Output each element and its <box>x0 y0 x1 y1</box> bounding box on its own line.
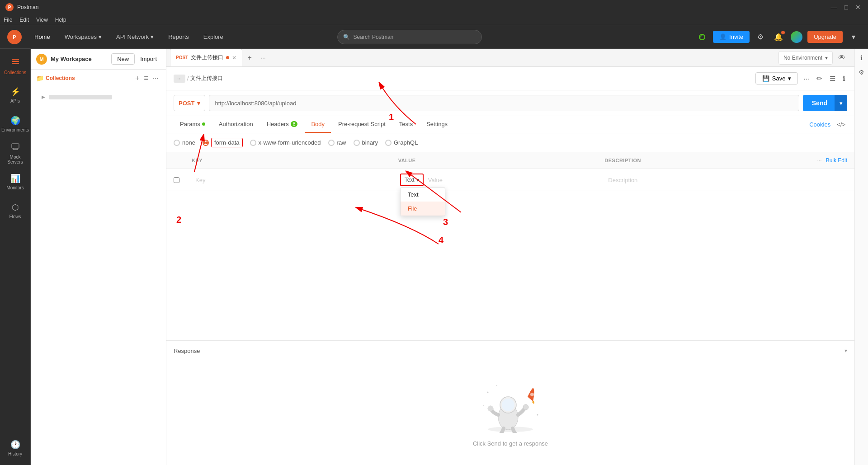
expand-icon[interactable]: ▾ <box>846 30 861 44</box>
tab-close-icon[interactable]: ✕ <box>232 55 236 61</box>
form-data-radio[interactable] <box>203 140 209 146</box>
api-network-nav[interactable]: API Network ▾ <box>111 31 159 43</box>
description-input[interactable] <box>606 173 809 187</box>
sidebar-item-environments[interactable]: 🌍 Environments <box>3 110 28 137</box>
import-button[interactable]: Import <box>137 53 160 65</box>
sidebar-item-mock-servers[interactable]: Mock Servers <box>3 139 28 166</box>
tab-pre-request[interactable]: Pre-request Script <box>332 116 392 133</box>
collection-item[interactable]: ▶ <box>36 91 160 103</box>
sort-collections-button[interactable]: ≡ <box>142 73 150 83</box>
sidebar-item-monitors[interactable]: 📊 Monitors <box>3 168 28 195</box>
tab-authorization[interactable]: Authorization <box>212 116 259 133</box>
maximize-btn[interactable]: □ <box>843 4 850 11</box>
body-content: none form-data x-www-form-urlencoded raw <box>166 133 854 465</box>
response-header[interactable]: Response ▾ <box>174 341 847 361</box>
option-raw[interactable]: raw <box>328 139 346 146</box>
upgrade-button[interactable]: Upgrade <box>807 31 843 43</box>
topnav-right: 👤 Invite ⚙ 🔔 Upgrade ▾ <box>695 30 861 44</box>
request-tab[interactable]: POST 文件上传接口 ✕ <box>170 49 242 66</box>
value-input[interactable] <box>426 173 603 187</box>
menu-edit[interactable]: Edit <box>19 17 29 23</box>
sync-icon[interactable] <box>695 30 709 44</box>
code-snippet-button[interactable]: </> <box>835 119 847 130</box>
send-arrow-button[interactable]: ▾ <box>835 95 847 111</box>
dropdown-file-option[interactable]: File <box>401 202 445 216</box>
row-checkbox[interactable] <box>174 177 192 183</box>
svg-point-14 <box>488 406 493 411</box>
description-cell <box>604 171 811 189</box>
dropdown-text-option[interactable]: Text <box>401 188 445 202</box>
sidebar-item-history[interactable]: 🕐 History <box>3 434 28 461</box>
new-tab-button[interactable]: + <box>243 49 256 66</box>
breadcrumb-separator: / <box>187 75 189 82</box>
close-btn[interactable]: ✕ <box>854 4 863 11</box>
save-button[interactable]: 💾 Save ▾ <box>755 72 798 85</box>
workspaces-nav[interactable]: Workspaces ▾ <box>59 31 107 43</box>
binary-radio[interactable] <box>354 140 360 146</box>
tab-settings[interactable]: Settings <box>420 116 454 133</box>
option-form-data[interactable]: form-data <box>203 138 243 147</box>
sidebar-item-apis[interactable]: ⚡ APIs <box>3 81 28 108</box>
tab-params[interactable]: Params <box>174 116 212 133</box>
method-chevron-icon: ▾ <box>197 100 200 107</box>
method-selector[interactable]: POST ▾ <box>174 95 205 111</box>
right-sidebar-settings-button[interactable]: ⚙ <box>856 67 867 78</box>
reports-nav[interactable]: Reports <box>163 31 194 43</box>
tab-body[interactable]: Body <box>305 116 331 133</box>
option-none[interactable]: none <box>174 139 195 146</box>
settings-icon[interactable]: ⚙ <box>753 30 768 44</box>
none-radio[interactable] <box>174 140 180 146</box>
env-settings-icon[interactable]: 👁 <box>836 52 847 63</box>
right-sidebar-info-button[interactable]: ℹ <box>856 52 867 63</box>
bulk-edit-button[interactable]: Bulk Edit <box>826 157 847 164</box>
more-options-button[interactable]: ··· <box>802 73 811 84</box>
form-table-row: Text ▾ Text File <box>166 169 854 191</box>
send-button[interactable]: Send <box>803 95 836 111</box>
graphql-radio[interactable] <box>385 140 392 146</box>
new-button[interactable]: New <box>111 53 135 65</box>
url-input[interactable] <box>209 95 799 111</box>
key-header: KEY <box>192 158 398 163</box>
environment-selector[interactable]: No Environment ▾ <box>778 51 833 65</box>
sidebar-item-flows[interactable]: ⬡ Flows <box>3 197 28 224</box>
invite-button[interactable]: 👤 Invite <box>713 31 750 43</box>
empty-state-illustration <box>474 379 547 433</box>
option-binary[interactable]: binary <box>354 139 378 146</box>
cookies-link[interactable]: Cookies <box>809 121 830 128</box>
tab-tests[interactable]: Tests <box>393 116 419 133</box>
option-x-www[interactable]: x-www-form-urlencoded <box>250 139 321 146</box>
minimize-btn[interactable]: — <box>829 4 839 11</box>
form-table-header: KEY VALUE DESCRIPTION ··· Bulk Edit <box>166 152 854 169</box>
url-bar: POST ▾ Send ▾ <box>166 90 854 116</box>
bulk-edit-more-button[interactable]: ··· <box>815 156 824 165</box>
svg-point-20 <box>483 405 484 406</box>
avatar-icon[interactable] <box>789 30 804 44</box>
home-nav[interactable]: Home <box>29 31 56 43</box>
unsaved-indicator <box>226 56 229 59</box>
notification-icon[interactable]: 🔔 <box>771 30 786 44</box>
menu-help[interactable]: Help <box>55 17 66 23</box>
titlebar-controls: — □ ✕ <box>829 4 863 11</box>
sidebar-item-collections[interactable]: Collections <box>3 52 28 80</box>
tab-headers[interactable]: Headers 8 <box>260 116 304 133</box>
x-www-radio[interactable] <box>250 140 256 146</box>
search-bar[interactable]: 🔍 Search Postman <box>337 30 482 44</box>
tab-name: 文件上传接口 <box>191 54 223 61</box>
description-icon[interactable]: ☰ <box>828 73 837 85</box>
value-type-button[interactable]: Text ▾ <box>400 174 424 186</box>
key-input[interactable] <box>193 173 396 187</box>
more-collections-button[interactable]: ··· <box>151 73 160 83</box>
edit-icon[interactable]: ✏ <box>815 73 824 85</box>
explore-nav[interactable]: Explore <box>198 31 229 43</box>
menu-file[interactable]: File <box>4 17 12 23</box>
value-type-dropdown: Text File <box>400 187 445 216</box>
raw-radio[interactable] <box>328 140 335 146</box>
menu-view[interactable]: View <box>36 17 48 23</box>
info-icon[interactable]: ℹ <box>841 73 847 85</box>
row-checkbox-input[interactable] <box>174 177 179 183</box>
more-tabs-button[interactable]: ··· <box>257 49 269 66</box>
value-type-container: Text ▾ Text File <box>400 174 424 186</box>
add-collection-button[interactable]: + <box>133 73 141 83</box>
method-label: POST <box>179 100 194 107</box>
option-graphql[interactable]: GraphQL <box>385 139 418 146</box>
